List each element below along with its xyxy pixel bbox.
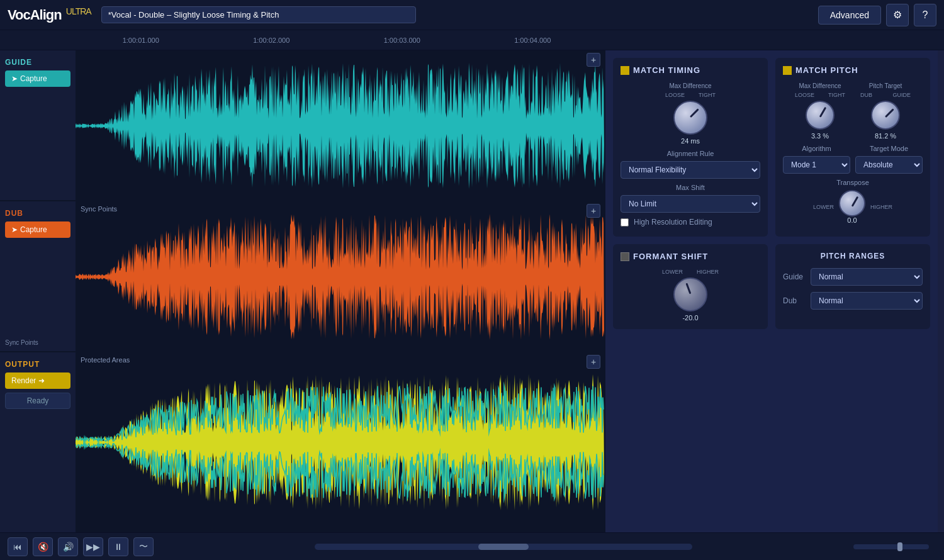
match-timing-header: MATCH TIMING <box>621 65 760 75</box>
pitch-max-diff-label: Max Difference <box>799 82 841 89</box>
rewind-button[interactable]: ⏮ <box>8 537 28 556</box>
formant-knob-value: -20.0 <box>682 314 698 322</box>
pitch-range-guide-row: Guide Normal <box>783 268 923 286</box>
ruler-marker-4: 1:00:04.000 <box>514 36 551 44</box>
pitch-range-dub-select[interactable]: Normal <box>811 292 923 310</box>
guide-sidebar: GUIDE ➤ Capture <box>0 50 76 201</box>
dub-waveform-container[interactable]: Sync Points + <box>76 201 604 352</box>
top-controls-row: MATCH TIMING Max Difference LOOSE TIGHT … <box>613 58 930 237</box>
zoom-track[interactable] <box>853 544 929 549</box>
output-expand-button[interactable]: + <box>587 355 600 369</box>
output-sidebar: OUTPUT Render ➜ Ready <box>0 352 76 532</box>
pitch-range-guide-label: Guide <box>783 272 806 281</box>
pitch-target-group: Pitch Target DUB GUIDE 81.2 % <box>860 82 911 140</box>
high-res-checkbox[interactable] <box>621 218 629 227</box>
pitch-guide-label: GUIDE <box>892 92 911 98</box>
guide-waveform <box>76 50 604 201</box>
transpose-control: Transpose LOWER 0.0 HIGHER <box>783 179 923 224</box>
dub-label: DUB <box>5 209 70 218</box>
scroll-track[interactable] <box>315 544 692 550</box>
advanced-button[interactable]: Advanced <box>818 6 881 25</box>
main-content: GUIDE ➤ Capture + DUB ➤ Capture Sync <box>0 50 944 532</box>
pitch-dropdowns-row: Algorithm Mode 1 Target Mode Absolute <box>783 145 923 179</box>
transpose-higher-label: HIGHER <box>870 204 892 210</box>
zoom-thumb[interactable] <box>897 542 902 551</box>
formant-knob[interactable] <box>673 277 707 311</box>
guide-expand-button[interactable]: + <box>587 53 600 67</box>
mute-button[interactable]: 🔇 <box>33 537 53 556</box>
wave-button[interactable]: 〜 <box>133 537 154 556</box>
match-timing-section: MATCH TIMING Max Difference LOOSE TIGHT … <box>613 58 768 237</box>
timing-knob[interactable] <box>673 101 707 135</box>
scroll-thumb[interactable] <box>478 544 529 550</box>
timing-loose-label: LOOSE <box>665 92 685 98</box>
transpose-knob[interactable] <box>839 190 865 216</box>
high-res-row: High Resolution Editing <box>621 218 760 227</box>
alignment-rule-select[interactable]: Normal Flexibility <box>621 161 760 179</box>
output-waveform-container[interactable]: Protected Areas + <box>76 352 604 532</box>
pitch-knob2-labels: DUB GUIDE <box>860 92 911 98</box>
guide-capture-button[interactable]: ➤ Capture <box>5 70 70 87</box>
pitch-target-knob[interactable] <box>871 101 900 130</box>
ruler-marker-3: 1:00:03.000 <box>384 36 420 44</box>
volume-button[interactable]: 🔊 <box>58 537 78 556</box>
play-button[interactable]: ▶▶ <box>83 537 103 556</box>
transpose-value: 0.0 <box>847 216 857 224</box>
pitch-max-diff-knob[interactable] <box>806 101 834 130</box>
pitch-target-label: Pitch Target <box>869 82 902 89</box>
pitch-max-diff-group: Max Difference LOOSE TIGHT 3.3 % <box>795 82 845 140</box>
max-shift-select[interactable]: No Limit <box>621 195 760 213</box>
pitch-range-guide-select[interactable]: Normal <box>811 268 923 286</box>
guide-track-row: GUIDE ➤ Capture + <box>0 50 604 201</box>
settings-button[interactable]: ⚙ <box>886 4 909 26</box>
preset-dropdown[interactable]: *Vocal - Double – Slightly Loose Timing … <box>101 6 416 23</box>
right-panel: MATCH TIMING Max Difference LOOSE TIGHT … <box>604 50 938 532</box>
match-timing-checkbox[interactable] <box>621 66 629 75</box>
formant-higher-label: HIGHER <box>697 269 719 275</box>
header-right: Advanced ⚙ ? <box>818 4 936 26</box>
formant-shift-checkbox[interactable] <box>621 252 629 261</box>
sync-points-label: Sync Points <box>81 205 117 213</box>
target-mode-select[interactable]: Absolute <box>855 156 923 174</box>
high-res-label: High Resolution Editing <box>634 218 712 227</box>
dub-capture-button[interactable]: ➤ Capture <box>5 221 70 238</box>
timing-knob-group: Max Difference LOOSE TIGHT 24 ms <box>665 82 716 145</box>
transpose-knob-row: LOWER 0.0 HIGHER <box>783 190 923 224</box>
formant-knob-group: LOWER HIGHER -20.0 <box>662 269 719 322</box>
tracks-layout: GUIDE ➤ Capture + DUB ➤ Capture Sync <box>0 50 604 532</box>
timing-knob-labels: LOOSE TIGHT <box>665 92 716 98</box>
pitch-dub-label: DUB <box>860 92 872 98</box>
formant-shift-title: FORMANT SHIFT <box>633 252 708 261</box>
logo-ultra: ULTRA <box>66 6 91 16</box>
guide-waveform-container[interactable]: + <box>76 50 604 201</box>
app-logo: VocAlign ULTRA <box>8 6 91 23</box>
dub-capture-icon: ➤ <box>11 225 18 234</box>
dub-sidebar: DUB ➤ Capture Sync Points <box>0 201 76 352</box>
ready-status: Ready <box>5 393 70 409</box>
pitch-knob-row: Max Difference LOOSE TIGHT 3.3 % Pitch T… <box>783 82 923 140</box>
capture-icon: ➤ <box>11 74 18 83</box>
timing-knob-value: 24 ms <box>681 137 700 145</box>
ruler-marker-1: 1:00:01.000 <box>123 36 159 44</box>
pitch-ranges-title: PITCH RANGES <box>783 252 923 260</box>
transpose-lower-label: LOWER <box>813 204 834 210</box>
target-mode-control: Target Mode Absolute <box>855 145 923 174</box>
match-pitch-checkbox[interactable] <box>783 66 792 75</box>
formant-knob-labels: LOWER HIGHER <box>662 269 719 275</box>
pitch-range-dub-label: Dub <box>783 296 806 305</box>
guide-label: GUIDE <box>5 58 70 67</box>
formant-knob-row: LOWER HIGHER -20.0 <box>621 269 760 322</box>
render-button[interactable]: Render ➜ <box>5 372 70 389</box>
transpose-knob-group: 0.0 <box>839 190 865 224</box>
dub-waveform <box>76 201 604 352</box>
dub-expand-button[interactable]: + <box>587 204 600 218</box>
scroll-bar-area <box>159 544 848 550</box>
ruler-marker-2: 1:00:02.000 <box>253 36 289 44</box>
ruler-markers: 1:00:01.000 1:00:02.000 1:00:03.000 1:00… <box>76 36 598 44</box>
pause-button[interactable]: ⏸ <box>108 537 128 556</box>
algorithm-label: Algorithm <box>783 145 850 152</box>
algorithm-select[interactable]: Mode 1 <box>783 156 850 174</box>
help-button[interactable]: ? <box>914 4 936 26</box>
transpose-label: Transpose <box>783 179 923 186</box>
protected-areas-label: Protected Areas <box>81 356 130 364</box>
